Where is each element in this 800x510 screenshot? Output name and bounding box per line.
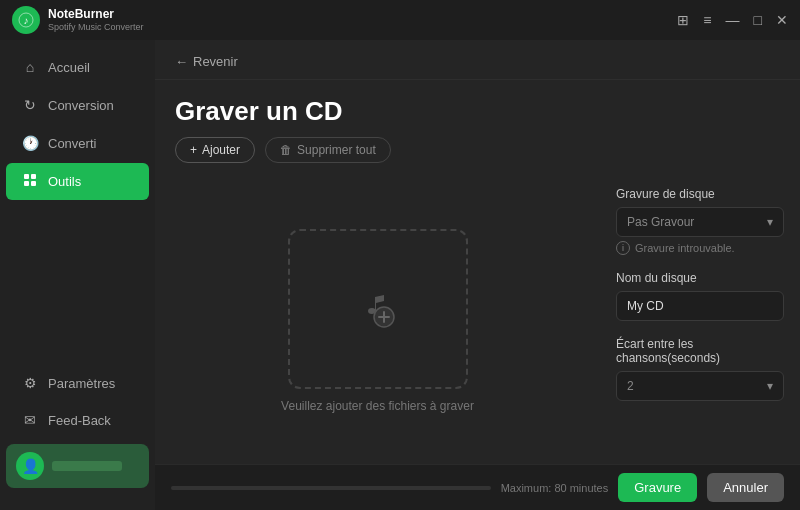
disc-burn-value: Pas Gravour — [627, 215, 694, 229]
content-area: ← Revenir Graver un CD + Ajouter 🗑 Suppr… — [155, 40, 800, 510]
sidebar-item-conversion[interactable]: ↻ Conversion — [6, 87, 149, 123]
page-title-area: Graver un CD — [155, 80, 800, 137]
sidebar-item-feedback[interactable]: ✉ Feed-Back — [6, 402, 149, 438]
app-title-block: NoteBurner Spotify Music Converter — [48, 7, 144, 32]
svg-text:♪: ♪ — [24, 15, 29, 26]
gap-chevron-icon: ▾ — [767, 379, 773, 393]
add-label: Ajouter — [202, 143, 240, 157]
drop-zone[interactable]: Veuillez ajouter des fichiers à graver — [155, 177, 600, 464]
close-icon[interactable]: ✕ — [776, 12, 788, 28]
content-header: ← Revenir — [155, 40, 800, 80]
disc-burn-label: Gravure de disque — [616, 187, 784, 201]
gap-group: Écart entre les chansons(seconds) 2 ▾ — [616, 337, 784, 401]
bottom-bar: Maximum: 80 minutes Gravure Annuler — [155, 464, 800, 510]
drop-zone-box — [288, 229, 468, 389]
delete-all-button[interactable]: 🗑 Supprimer tout — [265, 137, 391, 163]
sidebar-label-outils: Outils — [48, 174, 81, 189]
disc-burn-info-text: Gravure introuvable. — [635, 242, 735, 254]
mail-icon: ✉ — [22, 412, 38, 428]
grid-view-icon[interactable]: ⊞ — [677, 12, 689, 28]
window-controls: ⊞ ≡ — □ ✕ — [677, 12, 788, 28]
toolbar: + Ajouter 🗑 Supprimer tout — [155, 137, 800, 177]
conversion-icon: ↻ — [22, 97, 38, 113]
disc-name-label: Nom du disque — [616, 271, 784, 285]
user-name — [52, 461, 122, 471]
home-icon: ⌂ — [22, 59, 38, 75]
sidebar-item-converti[interactable]: 🕐 Converti — [6, 125, 149, 161]
svg-rect-2 — [24, 174, 29, 179]
add-button[interactable]: + Ajouter — [175, 137, 255, 163]
minimize-icon[interactable]: — — [726, 12, 740, 28]
sidebar: ⌂ Accueil ↻ Conversion 🕐 Converti Outils — [0, 40, 155, 510]
annuler-button[interactable]: Annuler — [707, 473, 784, 502]
right-panel: Gravure de disque Pas Gravour ▾ i Gravur… — [600, 177, 800, 464]
titlebar: ♪ NoteBurner Spotify Music Converter ⊞ ≡… — [0, 0, 800, 40]
gap-select[interactable]: 2 ▾ — [616, 371, 784, 401]
drop-zone-text: Veuillez ajouter des fichiers à graver — [281, 399, 474, 413]
user-avatar: 👤 — [16, 452, 44, 480]
back-icon: ← — [175, 54, 188, 69]
user-info — [52, 461, 139, 471]
app-subtitle: Spotify Music Converter — [48, 22, 144, 33]
tools-icon — [22, 173, 38, 190]
disc-name-input[interactable] — [616, 291, 784, 321]
disc-name-group: Nom du disque — [616, 271, 784, 321]
sidebar-label-converti: Converti — [48, 136, 96, 151]
back-button[interactable]: ← Revenir — [175, 54, 238, 69]
plus-icon: + — [190, 143, 197, 157]
app-logo: ♪ — [12, 6, 40, 34]
sidebar-item-outils[interactable]: Outils — [6, 163, 149, 200]
disc-burn-select[interactable]: Pas Gravour ▾ — [616, 207, 784, 237]
user-box[interactable]: 👤 — [6, 444, 149, 488]
disc-burn-info: i Gravure introuvable. — [616, 241, 784, 255]
sidebar-bottom: ⚙ Paramètres ✉ Feed-Back 👤 — [0, 356, 155, 502]
clock-icon: 🕐 — [22, 135, 38, 151]
restore-icon[interactable]: □ — [754, 12, 762, 28]
chevron-down-icon: ▾ — [767, 215, 773, 229]
svg-rect-5 — [31, 181, 36, 186]
app-name: NoteBurner — [48, 7, 144, 21]
gravure-button[interactable]: Gravure — [618, 473, 697, 502]
sidebar-item-accueil[interactable]: ⌂ Accueil — [6, 49, 149, 85]
sidebar-label-parametres: Paramètres — [48, 376, 115, 391]
app-info: ♪ NoteBurner Spotify Music Converter — [12, 6, 144, 34]
svg-rect-4 — [24, 181, 29, 186]
gap-label: Écart entre les chansons(seconds) — [616, 337, 784, 365]
trash-icon: 🗑 — [280, 143, 292, 157]
main-layout: ⌂ Accueil ↻ Conversion 🕐 Converti Outils — [0, 40, 800, 510]
sidebar-label-accueil: Accueil — [48, 60, 90, 75]
delete-label: Supprimer tout — [297, 143, 376, 157]
cd-music-icon — [348, 277, 408, 341]
settings-icon: ⚙ — [22, 375, 38, 391]
info-icon: i — [616, 241, 630, 255]
sidebar-label-feedback: Feed-Back — [48, 413, 111, 428]
sidebar-item-parametres[interactable]: ⚙ Paramètres — [6, 365, 149, 401]
menu-icon[interactable]: ≡ — [703, 12, 711, 28]
disc-burn-group: Gravure de disque Pas Gravour ▾ i Gravur… — [616, 187, 784, 255]
max-minutes-label: Maximum: 80 minutes — [501, 482, 609, 494]
sidebar-label-conversion: Conversion — [48, 98, 114, 113]
content-body: Veuillez ajouter des fichiers à graver G… — [155, 177, 800, 464]
back-label: Revenir — [193, 54, 238, 69]
svg-rect-3 — [31, 174, 36, 179]
page-title: Graver un CD — [175, 96, 780, 127]
gap-value: 2 — [627, 379, 634, 393]
progress-bar-container — [171, 486, 491, 490]
